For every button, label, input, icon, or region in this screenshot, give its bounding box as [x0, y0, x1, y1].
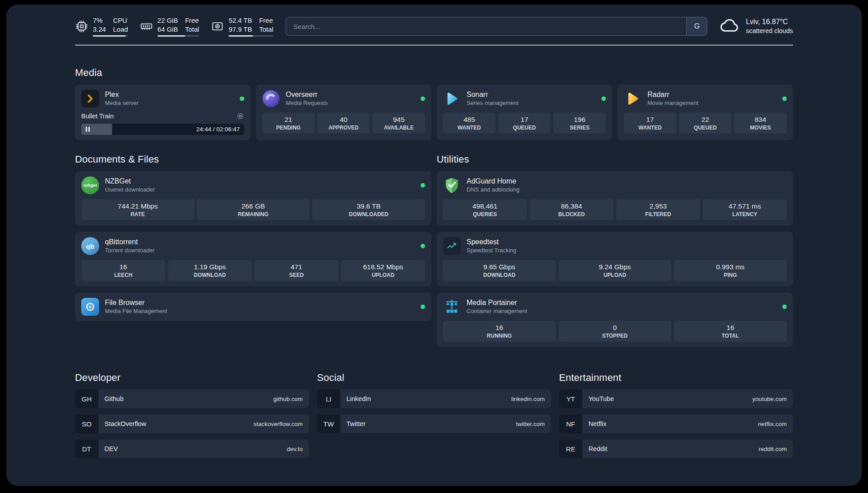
- bookmark-url: reddit.com: [759, 446, 787, 452]
- bookmark-abbr: SO: [75, 414, 98, 433]
- service-card-speedtest[interactable]: Speedtest Speedtest Tracking 9.65 Gbps D…: [437, 232, 793, 286]
- service-card-filebrowser[interactable]: File Browser Media File Management: [75, 292, 431, 321]
- service-description: Torrent downloader: [105, 247, 154, 255]
- search-provider-button[interactable]: G: [686, 17, 707, 35]
- stat-latency: 47.571 ms LATENCY: [703, 199, 787, 220]
- adguard-icon: [443, 176, 461, 194]
- service-description: Usenet downloader: [105, 186, 155, 194]
- bookmark-youtube[interactable]: YT YouTube youtube.com: [559, 389, 793, 408]
- weather-condition: scattered clouds: [746, 27, 793, 35]
- bookmark-url: stackoverflow.com: [254, 421, 303, 427]
- bookmark-name: Reddit: [588, 445, 607, 452]
- status-dot: [782, 305, 787, 309]
- stat-series: 196 SERIES: [553, 113, 606, 134]
- cpu-progress-bar: [93, 35, 128, 37]
- bookmark-name: LinkedIn: [346, 395, 371, 402]
- disk-readout: 52.4 TB 97.9 TB Free Total: [229, 16, 273, 37]
- status-dot: [782, 96, 787, 101]
- disk-label-top: Free: [259, 16, 273, 25]
- cpu-percent: 7%: [93, 16, 106, 25]
- bookmark-github[interactable]: GH Github github.com: [75, 389, 309, 408]
- now-playing-title: Bullet Train: [81, 113, 114, 120]
- pause-icon[interactable]: [86, 127, 90, 132]
- speedtest-icon: [443, 237, 461, 255]
- stat-queries: 498,461 QUERIES: [443, 199, 527, 220]
- bookmark-abbr: NF: [559, 414, 582, 433]
- stat-approved: 40 APPROVED: [317, 113, 370, 134]
- memory-progress-bar: [158, 35, 200, 37]
- bookmark-name: Github: [104, 395, 124, 402]
- disk-icon: [211, 20, 224, 33]
- stat-total: 16 TOTAL: [674, 321, 787, 342]
- service-card-nzbget[interactable]: nzbget NZBGet Usenet downloader 744.21 M…: [75, 171, 431, 226]
- section-developer: Developer GH Github github.com SO StackO…: [75, 372, 309, 458]
- service-description: Media Requests: [286, 100, 328, 107]
- service-name: Plex: [105, 90, 138, 99]
- section-title-social: Social: [317, 372, 551, 384]
- stat-running: 16 RUNNING: [443, 321, 556, 342]
- bookmark-twitter[interactable]: TW Twitter twitter.com: [317, 414, 551, 433]
- stat-wanted: 17 WANTED: [624, 113, 676, 134]
- portainer-icon: [443, 298, 461, 316]
- disk-free: 52.4 TB: [229, 16, 252, 25]
- weather-location: Lviv, 16.87°C: [746, 17, 793, 27]
- radarr-icon: [624, 90, 642, 108]
- player-settings-gear-icon[interactable]: [236, 112, 244, 120]
- service-card-adguard[interactable]: AdGuard Home DNS and adblocking 498,461 …: [437, 171, 793, 226]
- stat-upload: 9.24 Gbps UPLOAD: [559, 260, 672, 281]
- cpu-load: 3.24: [93, 25, 106, 34]
- service-description: Movie management: [647, 100, 698, 107]
- bookmark-dev[interactable]: DT DEV dev.to: [75, 439, 309, 458]
- stat-rate: 744.21 Mbps RATE: [81, 199, 194, 220]
- service-card-plex[interactable]: Plex Media server Bullet Train: [75, 84, 250, 140]
- disk-total: 97.9 TB: [229, 25, 252, 34]
- service-card-overseerr[interactable]: Overseerr Media Requests 21 PENDING 40 A…: [256, 84, 431, 140]
- status-dot: [421, 305, 425, 309]
- section-title-entertainment: Entertainment: [559, 372, 793, 384]
- service-description: Media server: [105, 100, 138, 107]
- cpu-label-bottom: Load: [113, 25, 128, 34]
- search-input[interactable]: [286, 17, 686, 35]
- stat-queued: 17 QUEUED: [498, 113, 551, 134]
- bookmark-url: youtube.com: [752, 396, 787, 402]
- section-title-developer: Developer: [75, 372, 309, 384]
- section-utilities: Utilities AdGuard Home: [437, 154, 793, 347]
- stat-wanted: 485 WANTED: [443, 113, 496, 134]
- search-bar: G: [286, 17, 707, 36]
- status-dot: [240, 96, 244, 101]
- service-description: Speedtest Tracking: [467, 247, 516, 255]
- service-description: Media File Management: [105, 308, 167, 315]
- service-card-portainer[interactable]: Media Portainer Container management 16 …: [437, 292, 793, 347]
- bookmark-stackoverflow[interactable]: SO StackOverflow stackoverflow.com: [75, 414, 309, 433]
- bookmark-abbr: TW: [317, 414, 340, 433]
- dashboard-page: 7% 3.24 CPU Load: [6, 4, 862, 486]
- topbar-divider: [75, 45, 793, 46]
- section-entertainment: Entertainment YT YouTube youtube.com NF …: [559, 372, 793, 458]
- stat-available: 945 AVAILABLE: [372, 113, 425, 134]
- section-title-media: Media: [75, 67, 793, 79]
- service-card-radarr[interactable]: Radarr Movie management 17 WANTED 22 QUE…: [618, 84, 793, 140]
- service-card-qbittorrent[interactable]: qb qBittorrent Torrent downloader 16 LEE…: [75, 232, 431, 286]
- stat-pending: 21 PENDING: [262, 113, 315, 134]
- cpu-label-top: CPU: [113, 16, 128, 25]
- disk-widget: 52.4 TB 97.9 TB Free Total: [211, 16, 273, 37]
- bookmark-abbr: DT: [75, 439, 98, 458]
- player-time: 24:44 / 02:06:47: [196, 126, 240, 133]
- service-card-sonarr[interactable]: Sonarr Series management 485 WANTED 17 Q…: [437, 84, 612, 140]
- bookmark-netflix[interactable]: NF Netflix netflix.com: [559, 414, 793, 433]
- bookmark-reddit[interactable]: RE Reddit reddit.com: [559, 439, 793, 458]
- service-name: Media Portainer: [467, 298, 527, 307]
- service-name: NZBGet: [105, 177, 155, 186]
- stat-movies: 834 MOVIES: [734, 113, 787, 134]
- status-dot: [601, 96, 606, 101]
- plex-icon: [81, 90, 99, 108]
- cloud-icon: [720, 18, 740, 35]
- bookmark-linkedin[interactable]: LI LinkedIn linkedin.com: [317, 389, 551, 408]
- status-dot: [421, 183, 425, 188]
- bookmark-url: linkedin.com: [511, 396, 545, 402]
- section-media: Media Plex Media server Bullet Train: [75, 67, 793, 140]
- player-progress-bar[interactable]: 24:44 / 02:06:47: [81, 124, 244, 135]
- stat-remaining: 266 GB REMAINING: [197, 199, 310, 220]
- sonarr-icon: [443, 90, 461, 108]
- bookmark-abbr: RE: [559, 439, 582, 458]
